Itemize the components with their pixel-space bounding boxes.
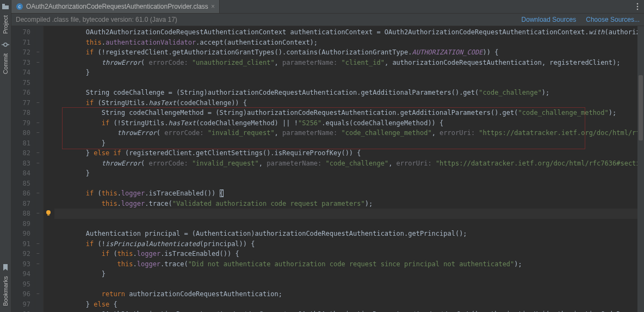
svg-rect-11 <box>47 215 49 216</box>
bookmarks-icon[interactable] <box>2 264 9 271</box>
banner-text: Decompiled .class file, bytecode version… <box>16 16 177 23</box>
download-sources-link[interactable]: Download Sources <box>522 16 577 23</box>
code-content[interactable]: OAuth2AuthorizationCodeRequestAuthentica… <box>54 26 637 312</box>
java-class-icon: c <box>16 3 23 10</box>
intention-bulb-icon[interactable] <box>45 209 52 217</box>
line-number-gutter: 70 71 72 73 74 75 76 77 78 79 80 81 82 8… <box>11 26 35 312</box>
svg-rect-1 <box>2 5 9 9</box>
editor-tabs: c OAuth2AuthorizationCodeRequestAuthenti… <box>11 0 644 14</box>
commit-icon[interactable] <box>2 41 9 48</box>
decompiled-banner: Decompiled .class file, bytecode version… <box>11 14 644 26</box>
tab-options-icon[interactable] <box>631 0 644 13</box>
project-tool-label[interactable]: Project <box>2 12 9 37</box>
svg-point-10 <box>46 210 51 215</box>
choose-sources-link[interactable]: Choose Sources... <box>586 16 640 23</box>
scrollbar-thumb[interactable] <box>639 75 643 140</box>
svg-rect-0 <box>2 4 5 5</box>
svg-point-8 <box>637 6 639 8</box>
close-icon[interactable]: × <box>211 3 215 10</box>
svg-text:c: c <box>18 4 21 9</box>
svg-point-9 <box>637 9 639 10</box>
icon-gutter <box>44 26 54 312</box>
bookmarks-tool-label[interactable]: Bookmarks <box>2 273 9 309</box>
editor-tab[interactable]: c OAuth2AuthorizationCodeRequestAuthenti… <box>11 0 220 13</box>
left-tool-strip: Project Commit Bookmarks <box>0 0 11 312</box>
vertical-scrollbar[interactable] <box>637 26 644 312</box>
fold-gutter: ‒‒‒‒‒‒‒‒‒‒‒‒‒ <box>35 26 44 312</box>
project-icon[interactable] <box>2 3 9 10</box>
svg-point-7 <box>637 3 639 5</box>
svg-point-2 <box>4 43 7 46</box>
tab-filename: OAuth2AuthorizationCodeRequestAuthentica… <box>26 3 208 10</box>
code-editor[interactable]: 70 71 72 73 74 75 76 77 78 79 80 81 82 8… <box>11 26 644 312</box>
commit-tool-label[interactable]: Commit <box>2 50 9 77</box>
